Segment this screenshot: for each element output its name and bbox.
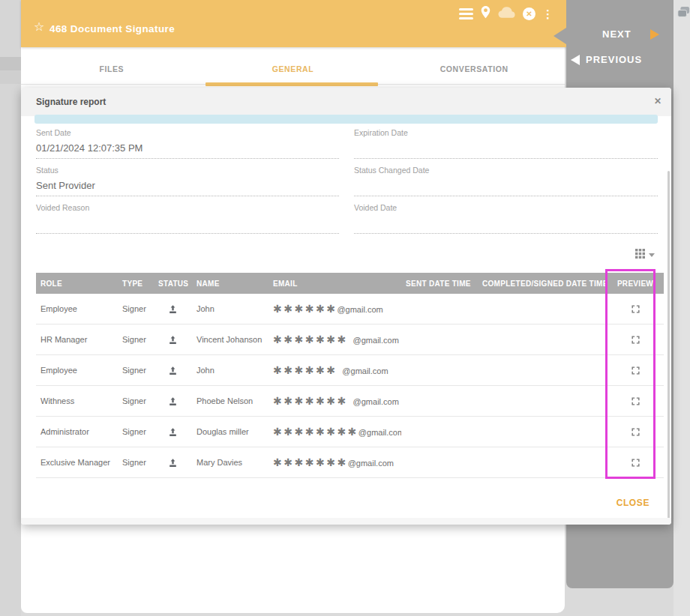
background-content-band [0,70,21,84]
preview-expand-icon[interactable] [627,331,644,348]
modal-close-icon[interactable]: ✕ [654,96,662,106]
cloud-icon[interactable] [498,6,516,22]
grid-view-icon [635,248,645,262]
email-domain: @gmail.com [348,459,394,468]
status-sent-icon [154,304,192,314]
table-header-row: ROLE TYPE STATUS NAME EMAIL SENT DATE TI… [36,273,664,294]
email-masked: ✱✱✱✱✱✱✱ [273,395,353,407]
col-sent-date-time: SENT DATE TIME [401,280,478,288]
chevron-down-icon [649,253,655,257]
col-type: TYPE [118,280,154,288]
next-arrow-icon [650,29,659,40]
email-cell: ✱✱✱✱✱✱@gmail.com [268,303,401,315]
next-button[interactable]: NEXT [566,27,674,43]
field-label: Voided Date [354,203,658,212]
role-cell: Employee [36,304,118,313]
field-label: Status Changed Date [354,166,658,175]
background-content-band [0,57,21,70]
field-label: Expiration Date [354,128,658,137]
field-expiration-date: Expiration Date [354,128,658,159]
role-cell: Administrator [36,427,118,436]
table-row: Employee Signer John ✱✱✱✱✱✱ @gmail.com [36,355,664,386]
field-value [36,221,339,233]
name-cell: Vincent Johanson [192,335,268,344]
col-status: STATUS [154,280,192,288]
preview-cell [607,454,664,471]
email-domain: @gmail.com [342,366,388,375]
table-row: Employee Signer John ✱✱✱✱✱✱@gmail.com [36,294,664,324]
email-domain: @gmail.com [353,397,399,406]
email-cell: ✱✱✱✱✱✱✱ @gmail.com [268,333,401,345]
preview-cell [607,393,664,409]
name-cell: John [192,304,268,313]
col-role: ROLE [36,280,118,288]
field-voided-date: Voided Date [354,203,658,234]
role-cell: HR Manager [36,335,118,344]
nav-panel-notch [554,28,566,44]
email-domain: @gmail.com [358,428,401,437]
col-preview: PREVIEW [607,280,664,288]
email-domain: @gmail.com [353,336,399,345]
preview-cell [607,362,664,378]
preview-cell [607,331,664,348]
tab-files[interactable]: FILES [21,47,202,84]
tab-general[interactable]: GENERAL [202,47,384,84]
col-name: NAME [192,280,268,288]
modal-close-button[interactable]: CLOSE [616,498,650,508]
preview-cell [607,301,664,317]
modal-header: Signature report ✕ [21,88,671,116]
col-completed-date-time: COMPLETED/SIGNED DATE TIME [478,280,607,288]
preview-expand-icon[interactable] [627,301,644,317]
preview-cell [607,423,664,440]
status-sent-icon [154,396,192,406]
table-row: Withness Signer Phoebe Nelson ✱✱✱✱✱✱✱ @g… [36,386,664,417]
email-domain: @gmail.com [337,305,382,314]
email-cell: ✱✱✱✱✱✱ @gmail.com [268,364,401,376]
field-value [354,184,658,196]
field-label: Voided Reason [36,203,339,212]
role-cell: Exclusive Manager [36,458,118,467]
modal-title: Signature report [36,97,106,107]
email-cell: ✱✱✱✱✱✱✱ @gmail.com [268,395,401,407]
preview-expand-icon[interactable] [627,454,644,471]
tabs-bar: FILES GENERAL CONVERSATION [21,47,565,88]
modal-scrollbar-thumb[interactable] [668,171,670,523]
previous-button[interactable]: PREVIOUS [566,52,674,69]
field-voided-reason: Voided Reason [36,203,339,234]
email-masked: ✱✱✱✱✱✱✱ [273,333,353,345]
favorite-star-icon[interactable]: ☆ [34,19,44,34]
type-cell: Signer [118,304,154,313]
name-cell: Phoebe Nelson [192,396,268,405]
name-cell: John [192,366,268,375]
table-row: HR Manager Signer Vincent Johanson ✱✱✱✱✱… [36,324,664,355]
copy-pages-icon[interactable] [676,5,690,20]
close-circle-icon[interactable]: ✕ [523,7,536,20]
tab-conversation[interactable]: CONVERSATION [383,47,565,84]
email-masked: ✱✱✱✱✱✱✱✱ [273,426,358,438]
grid-view-button[interactable] [635,248,655,262]
preview-expand-icon[interactable] [627,393,644,409]
hamburger-menu-icon[interactable] [459,8,473,19]
col-email: EMAIL [268,280,401,288]
type-cell: Signer [118,458,154,467]
table-row: Exclusive Manager Signer Mary Davies ✱✱✱… [36,447,664,478]
preview-expand-icon[interactable] [627,362,644,378]
status-sent-icon [154,366,192,375]
email-cell: ✱✱✱✱✱✱✱@gmail.com [268,456,401,468]
field-value: 01/21/2024 12:07:35 PM [36,142,339,158]
field-status: Status Sent Provider [36,166,339,196]
field-value: Sent Provider [36,180,339,196]
kebab-menu-icon[interactable]: ⋮ [542,8,554,19]
previous-button-label: PREVIOUS [586,54,642,65]
table-row: Administrator Signer Douglas miller ✱✱✱✱… [36,417,664,447]
preview-expand-icon[interactable] [627,423,644,440]
location-pin-icon[interactable] [480,5,491,22]
app-header: ☆ 468 Document Signature ✕ ⋮ [21,0,566,47]
page-background-right [674,0,690,616]
signature-report-modal: Signature report ✕ Sent Date 01/21/2024 … [21,88,671,525]
field-label: Status [36,166,339,175]
field-status-changed-date: Status Changed Date [354,166,658,196]
type-cell: Signer [118,366,154,375]
email-masked: ✱✱✱✱✱✱✱ [273,456,348,468]
field-value [354,221,658,233]
